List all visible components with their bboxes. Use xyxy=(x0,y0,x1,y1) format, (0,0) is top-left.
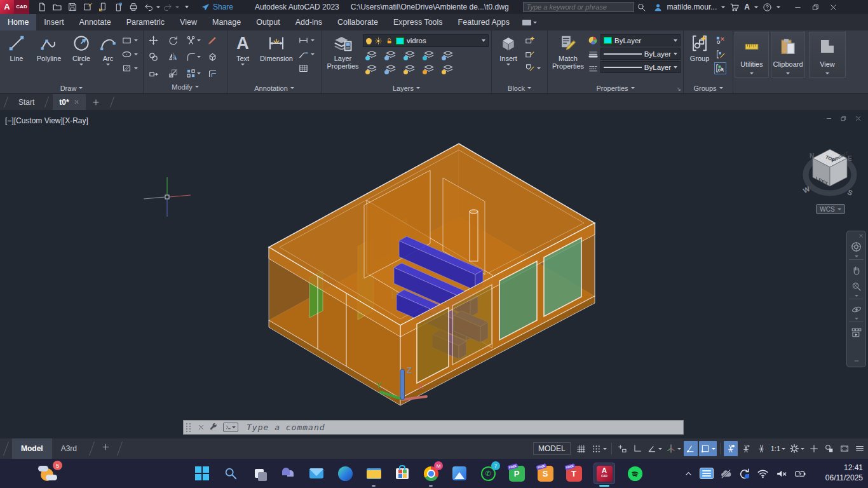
layer-current-icon[interactable] xyxy=(442,62,456,75)
plot-button[interactable] xyxy=(126,0,141,14)
sync-tray-icon[interactable] xyxy=(738,468,750,480)
model-space-toggle[interactable]: MODEL xyxy=(533,442,571,455)
microsoft-store-icon[interactable] xyxy=(393,464,411,482)
panel-label-modify[interactable]: Modify xyxy=(144,81,227,92)
layer-lock-icon[interactable] xyxy=(423,48,437,61)
panel-label-annotation[interactable]: Annotation xyxy=(227,83,321,93)
save-button[interactable] xyxy=(65,0,80,14)
tab-annotate[interactable]: Annotate xyxy=(72,14,119,30)
navbar-close-icon[interactable] xyxy=(858,233,864,238)
spotify-icon[interactable] xyxy=(626,464,644,482)
autodesk-a-icon[interactable]: A xyxy=(744,3,750,11)
viewport-minimize-icon[interactable] xyxy=(825,115,832,122)
snap-mode-icon[interactable] xyxy=(590,441,608,456)
close-tab-icon[interactable] xyxy=(74,99,79,105)
command-prompt-icon[interactable] xyxy=(223,423,238,432)
new-drawing-tab-button[interactable] xyxy=(86,94,106,110)
wps-text-icon[interactable]: TFREE xyxy=(565,464,583,482)
annotation-monitor-icon[interactable] xyxy=(807,441,821,456)
navbar-collapse-icon[interactable] xyxy=(853,358,860,364)
command-input[interactable]: Type a command xyxy=(247,423,325,432)
clean-screen-icon[interactable] xyxy=(837,441,851,456)
arc-button[interactable]: Arc xyxy=(97,32,119,83)
search-icon[interactable] xyxy=(634,0,649,14)
rectangle-icon[interactable] xyxy=(121,34,133,46)
polyline-button[interactable]: Polyline xyxy=(32,32,66,83)
panel-label-block[interactable]: Block xyxy=(492,83,547,93)
drawing-viewport[interactable]: Z Y X [−][Custom View][X-Ray] N E W S TO… xyxy=(0,110,868,438)
file-tab-start[interactable]: Start xyxy=(12,94,41,110)
hatch-icon[interactable] xyxy=(121,62,133,74)
tab-output[interactable]: Output xyxy=(248,14,288,30)
show-motion-icon[interactable] xyxy=(851,327,862,338)
tab-express-tools[interactable]: Express Tools xyxy=(386,14,451,30)
share-button[interactable]: Share xyxy=(201,3,233,12)
tab-home[interactable]: Home xyxy=(0,14,36,30)
group-edit-icon[interactable] xyxy=(714,48,726,60)
annotation-scale-icon[interactable] xyxy=(754,441,768,456)
object-color-dropdown[interactable]: ByLayer xyxy=(600,34,681,46)
user-menu-caret[interactable] xyxy=(721,6,725,8)
layer-off-icon[interactable] xyxy=(365,48,379,61)
mirror-icon[interactable] xyxy=(168,51,179,62)
array-icon[interactable] xyxy=(186,68,201,79)
window-restore-button[interactable] xyxy=(807,0,825,14)
viewport-controls-label[interactable]: [−][Custom View][X-Ray] xyxy=(5,116,88,125)
tab-collaborate[interactable]: Collaborate xyxy=(330,14,386,30)
tray-chevron-icon[interactable] xyxy=(684,469,693,478)
new-layout-button[interactable] xyxy=(98,438,114,459)
object-snap-tracking-icon[interactable] xyxy=(684,441,698,456)
dynamic-input-icon[interactable] xyxy=(615,441,629,456)
wps-spreadsheet-icon[interactable]: SFREE xyxy=(536,464,554,482)
tab-parametric[interactable]: Parametric xyxy=(119,14,172,30)
chrome-icon[interactable]: M xyxy=(422,464,440,482)
clipboard-panel-button[interactable]: Clipboard xyxy=(771,32,805,78)
lineweight-dropdown[interactable]: ByLayer xyxy=(600,48,681,60)
tab-insert[interactable]: Insert xyxy=(36,14,71,30)
stretch-icon[interactable] xyxy=(148,68,159,79)
layer-dropdown[interactable]: vidros xyxy=(363,34,489,47)
teams-icon[interactable] xyxy=(279,464,297,482)
user-avatar-icon[interactable] xyxy=(653,3,663,12)
rotate-icon[interactable] xyxy=(168,35,179,46)
tab-manage[interactable]: Manage xyxy=(205,14,248,30)
layer-match-icon[interactable] xyxy=(442,48,456,61)
app-store-cart-icon[interactable] xyxy=(729,2,740,12)
move-icon[interactable] xyxy=(148,35,159,46)
dimension-linear-icon[interactable] xyxy=(297,34,309,46)
app-menu-button[interactable]: A CAD xyxy=(0,0,29,14)
panel-label-groups[interactable]: Groups xyxy=(684,83,733,93)
file-tab-active-doc[interactable]: t0* xyxy=(53,94,85,110)
grid-display-icon[interactable] xyxy=(574,441,588,456)
compass-e[interactable]: E xyxy=(848,155,852,162)
search-input[interactable] xyxy=(523,2,634,12)
layout-tab-a3rd[interactable]: A3rd xyxy=(52,438,86,459)
panel-label-properties[interactable]: Properties xyxy=(548,83,683,93)
leader-icon[interactable] xyxy=(297,48,309,60)
copy-icon[interactable] xyxy=(148,51,159,62)
customization-menu-icon[interactable] xyxy=(853,441,867,456)
onedrive-paused-icon[interactable] xyxy=(720,468,732,480)
explode-icon[interactable] xyxy=(207,51,218,62)
battery-icon[interactable] xyxy=(794,468,807,480)
group-selection-toggle[interactable] xyxy=(714,62,726,74)
annotation-visibility-icon[interactable] xyxy=(724,441,738,456)
object-snap-icon[interactable] xyxy=(699,441,717,456)
group-button[interactable]: Group xyxy=(686,32,713,83)
edit-block-icon[interactable] xyxy=(524,48,536,60)
utilities-panel-button[interactable]: Utilities xyxy=(735,32,769,78)
layout-tab-model[interactable]: Model xyxy=(12,438,52,459)
zoom-extents-icon[interactable] xyxy=(851,281,862,292)
taskbar-clock[interactable]: 12:41 06/11/2025 xyxy=(825,463,863,483)
fillet-icon[interactable] xyxy=(186,51,201,62)
offset-icon[interactable] xyxy=(207,68,218,79)
layer-freeze-icon[interactable] xyxy=(403,48,417,61)
help-icon[interactable] xyxy=(763,3,772,12)
layer-unlock-all-icon[interactable] xyxy=(423,62,437,75)
linetype-dropdown[interactable]: ByLayer xyxy=(600,61,681,73)
edit-attributes-icon[interactable] xyxy=(524,62,536,74)
autodesk-menu-caret[interactable] xyxy=(754,6,758,8)
panel-label-draw[interactable]: Draw xyxy=(0,83,143,93)
properties-expander-icon[interactable]: ↘ xyxy=(676,86,681,92)
redo-button[interactable] xyxy=(160,0,175,14)
